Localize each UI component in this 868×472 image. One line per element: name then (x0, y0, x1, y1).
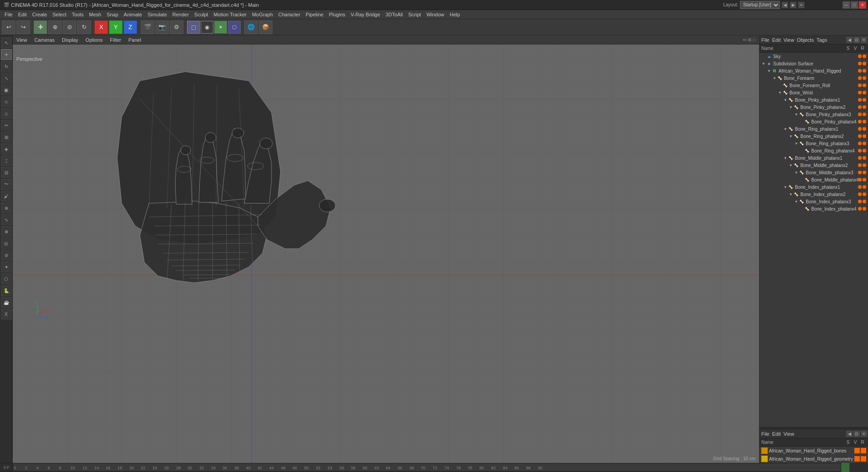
scene-icon1[interactable]: ◀ (846, 431, 853, 437)
render-to-picture-button[interactable]: 📷 (155, 20, 169, 34)
om-item-middle3[interactable]: ▼ 🦴 Bone_Middle_phalanx3 (760, 169, 868, 176)
om-item-forearm[interactable]: ▼ 🦴 Bone_Forearm (760, 74, 868, 82)
leftbar-rotate[interactable]: ↻ (1, 61, 12, 72)
menu-animate[interactable]: Animate (121, 10, 145, 19)
leftbar-bevel[interactable]: ◈ (1, 143, 12, 154)
om-item-pinky4[interactable]: 🦴 Bone_Pinky_phalanx4 (760, 118, 868, 125)
om-icon3[interactable]: ✕ (861, 37, 867, 43)
z-axis-button[interactable]: Z (123, 20, 137, 34)
om-icon2[interactable]: ⊟ (853, 37, 860, 43)
live-selection-button[interactable]: ✚ (34, 20, 47, 34)
x-axis-button[interactable]: X (94, 20, 108, 34)
viewport-menu-filter[interactable]: Filter (108, 37, 123, 43)
om-item-index1[interactable]: ▼ 🦴 Bone_Index_phalanx1 (760, 183, 868, 191)
scale-tool-button[interactable]: ⊘ (63, 20, 76, 34)
leftbar-coffee[interactable]: ☕ (1, 297, 12, 308)
y-axis-button[interactable]: Y (109, 20, 123, 34)
leftbar-scale[interactable]: ⤡ (1, 73, 12, 84)
layout-icon3[interactable]: ≡ (798, 2, 804, 8)
menu-tools[interactable]: Tools (69, 10, 86, 19)
viewport-canvas[interactable]: X Y Z Perspective Grid Spacing : 10 cm (13, 44, 759, 463)
leftbar-ik[interactable]: ✦ (1, 261, 12, 272)
leftbar-cursor[interactable]: ↖ (1, 37, 12, 48)
menu-character[interactable]: Character (276, 10, 303, 19)
menu-select[interactable]: Select (50, 10, 69, 19)
object-manager-button[interactable]: 📦 (259, 20, 272, 34)
leftbar-joint[interactable]: ⊕ (1, 226, 12, 237)
leftbar-magnet[interactable]: ⊛ (1, 202, 12, 213)
scene-manager-button[interactable]: 🌐 (244, 20, 258, 34)
minimize-button[interactable]: ─ (843, 1, 850, 9)
nurbs-mode-button[interactable]: ✦ (214, 21, 227, 34)
leftbar-weight[interactable]: ⊘ (1, 250, 12, 261)
om-item-index4[interactable]: 🦴 Bone_Index_phalanx4 (760, 205, 868, 212)
om-item-ring2[interactable]: ▼ 🦴 Bone_Ring_phalanx2 (760, 133, 868, 140)
leftbar-brush[interactable]: 🖌 (1, 191, 12, 202)
om-menu-objects[interactable]: Objects (797, 37, 814, 43)
layout-icon2[interactable]: ▶ (790, 2, 796, 8)
scene-icon2[interactable]: ⊟ (853, 431, 860, 437)
leftbar-polygon[interactable]: ◇ (1, 108, 12, 119)
menu-plugins[interactable]: Plugins (326, 10, 348, 19)
close-button[interactable]: ✕ (859, 1, 866, 9)
move-tool-button[interactable]: ⊕ (48, 20, 62, 34)
menu-create[interactable]: Create (30, 10, 50, 19)
om-item-subdiv[interactable]: ▼ ◈ Subdivision Surface (760, 60, 868, 67)
viewport-menu-view[interactable]: View (15, 37, 29, 43)
leftbar-lasso[interactable]: ⊂ (1, 96, 12, 107)
leftbar-smooth[interactable]: 〜 (1, 179, 12, 190)
om-item-pinky1[interactable]: ▼ 🦴 Bone_Pinky_phalanx1 (760, 96, 868, 103)
om-item-middle4[interactable]: 🦴 Bone_Middle_phalanx4 (760, 176, 868, 183)
om-item-sky[interactable]: ☁ Sky (760, 53, 868, 60)
leftbar-python[interactable]: 🐍 (1, 285, 12, 296)
leftbar-select-rect[interactable]: ▣ (1, 84, 12, 95)
menu-mesh[interactable]: Mesh (86, 10, 104, 19)
layout-icon1[interactable]: ◀ (782, 2, 788, 8)
menu-mograph[interactable]: MoGraph (249, 10, 276, 19)
leftbar-xpresso[interactable]: X (1, 309, 12, 320)
scene-menu-file[interactable]: File (761, 431, 769, 437)
om-item-bones-obj[interactable]: African_Woman_Hand_Rigged_bones (760, 447, 868, 455)
maximize-button[interactable]: □ (851, 1, 858, 9)
om-item-ring3[interactable]: ▼ 🦴 Bone_Ring_phalanx3 (760, 140, 868, 147)
om-item-index3[interactable]: ▼ 🦴 Bone_Index_phalanx3 (760, 198, 868, 205)
menu-edit[interactable]: Edit (15, 10, 30, 19)
leftbar-spline[interactable]: ∿ (1, 214, 12, 225)
menu-vray[interactable]: V-Ray Bridge (348, 10, 383, 19)
render-active-view-button[interactable]: 🎬 (141, 20, 154, 34)
leftbar-fk[interactable]: ⬡ (1, 273, 12, 284)
om-item-hand-rig[interactable]: ▼ ⛓ African_Woman_Hand_Rigged (760, 67, 868, 74)
om-menu-view[interactable]: View (784, 37, 794, 43)
om-item-ring4[interactable]: 🦴 Bone_Ring_phalanx4 (760, 147, 868, 154)
menu-help[interactable]: Help (447, 10, 463, 19)
leftbar-loop[interactable]: ⌶ (1, 155, 12, 166)
leftbar-skin[interactable]: ◎ (1, 238, 12, 249)
om-item-middle2[interactable]: ▼ 🦴 Bone_Middle_phalanx2 (760, 162, 868, 169)
menu-sculpt[interactable]: Sculpt (192, 10, 211, 19)
undo-button[interactable]: ↩ (2, 20, 15, 34)
menu-motion-tracker[interactable]: Motion Tracker (211, 10, 249, 19)
viewport-menu-panel[interactable]: Panel (127, 37, 143, 43)
menu-simulate[interactable]: Simulate (145, 10, 170, 19)
om-item-middle1[interactable]: ▼ 🦴 Bone_Middle_phalanx1 (760, 154, 868, 162)
om-menu-edit[interactable]: Edit (772, 37, 781, 43)
leftbar-move[interactable]: ✛ (1, 49, 12, 60)
om-item-ring1[interactable]: ▼ 🦴 Bone_Ring_phalanx1 (760, 125, 868, 133)
om-menu-file[interactable]: File (761, 37, 769, 43)
viewport-menu-options[interactable]: Options (84, 37, 104, 43)
scene-menu-view[interactable]: View (784, 431, 794, 437)
render-settings-button[interactable]: ⚙ (170, 20, 183, 34)
menu-3dtoall[interactable]: 3DToAll (383, 10, 405, 19)
scene-icon3[interactable]: ✕ (861, 431, 867, 437)
deformer-button[interactable]: ⬡ (228, 21, 241, 34)
object-mode-button[interactable]: ▢ (187, 21, 200, 34)
menu-render[interactable]: Render (170, 10, 192, 19)
om-item-geometry-obj[interactable]: African_Woman_Hand_Rigged_geometry (760, 455, 868, 463)
om-icon1[interactable]: ◀ (846, 37, 853, 43)
om-item-forearm-roll[interactable]: 🦴 Bone_Forearm_Roll (760, 82, 868, 89)
scene-menu-edit[interactable]: Edit (772, 431, 781, 437)
leftbar-knife[interactable]: ✂ (1, 120, 12, 131)
viewport-menu-display[interactable]: Display (60, 37, 80, 43)
menu-file[interactable]: File (2, 10, 15, 19)
layout-select[interactable]: Startup [User] (740, 1, 780, 9)
